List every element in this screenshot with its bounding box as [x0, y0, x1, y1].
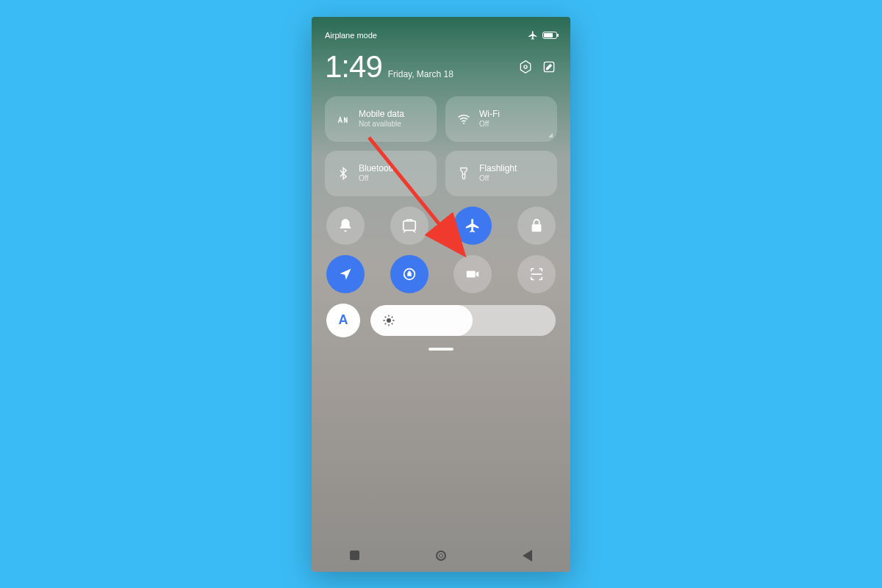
svg-line-15	[385, 323, 387, 324]
scan-icon	[528, 266, 545, 282]
video-camera-icon	[465, 266, 481, 282]
flashlight-icon	[456, 165, 472, 182]
wifi-icon	[456, 111, 472, 127]
lock-icon	[528, 218, 545, 234]
edit-button[interactable]	[541, 59, 557, 75]
nav-home-button[interactable]	[436, 551, 446, 561]
flashlight-label: Flashlight	[479, 164, 517, 174]
location-toggle[interactable]	[326, 255, 365, 293]
notifications-toggle[interactable]	[326, 207, 365, 245]
airplane-icon	[465, 218, 481, 234]
clock-row: 1:49 Friday, March 18	[312, 45, 570, 96]
wifi-tile[interactable]: Wi-Fi Off	[445, 96, 557, 142]
quick-settings-panel: Mobile data Not available Wi-Fi Off	[312, 96, 570, 351]
mobile-data-label: Mobile data	[359, 110, 404, 120]
svg-rect-5	[403, 220, 415, 230]
svg-line-16	[392, 316, 393, 318]
airplane-toggle[interactable]	[453, 207, 492, 245]
wifi-sub: Off	[479, 120, 500, 129]
phone-frame: Airplane mode 1:49 Friday, March 18	[312, 17, 570, 572]
rotation-lock-toggle[interactable]	[390, 255, 429, 293]
status-icons	[528, 30, 557, 40]
bell-icon	[337, 218, 354, 234]
svg-point-3	[463, 122, 465, 123]
location-arrow-icon	[338, 267, 353, 282]
rotation-lock-icon	[401, 266, 417, 282]
screen-record-toggle[interactable]	[453, 255, 492, 293]
bluetooth-sub: Off	[359, 174, 396, 183]
screenshot-toggle[interactable]	[390, 207, 429, 245]
auto-brightness-button[interactable]: A	[326, 304, 360, 337]
bluetooth-icon	[335, 165, 351, 182]
scanner-toggle[interactable]	[517, 255, 556, 293]
battery-icon	[542, 32, 557, 39]
expand-indicator-icon	[548, 133, 553, 137]
svg-marker-0	[520, 60, 530, 73]
flashlight-sub: Off	[479, 174, 517, 183]
brightness-slider[interactable]	[370, 305, 556, 336]
flashlight-tile[interactable]: Flashlight Off	[445, 151, 557, 196]
svg-point-8	[387, 318, 391, 323]
bluetooth-label: Bluetooth	[359, 164, 396, 174]
navigation-bar	[312, 539, 570, 572]
wifi-label: Wi-Fi	[479, 110, 500, 120]
lock-toggle[interactable]	[517, 207, 556, 245]
mobile-data-icon	[335, 111, 351, 127]
edit-icon	[542, 60, 556, 74]
brightness-slider-fill	[370, 305, 473, 336]
settings-hex-icon	[518, 60, 533, 74]
brightness-icon	[382, 314, 395, 327]
auto-brightness-label: A	[339, 312, 348, 328]
nav-recent-button[interactable]	[350, 551, 359, 560]
airplane-icon	[528, 30, 538, 40]
status-mode-label: Airplane mode	[325, 31, 377, 40]
svg-line-14	[392, 323, 393, 324]
settings-button[interactable]	[517, 59, 534, 75]
svg-point-1	[524, 65, 527, 68]
mobile-data-tile[interactable]: Mobile data Not available	[325, 96, 437, 142]
mobile-data-sub: Not available	[359, 120, 404, 129]
drag-handle[interactable]	[429, 348, 453, 351]
nav-back-button[interactable]	[523, 550, 532, 562]
screenshot-icon	[401, 218, 417, 234]
bluetooth-tile[interactable]: Bluetooth Off	[325, 151, 437, 196]
status-bar: Airplane mode	[312, 17, 570, 45]
svg-line-13	[385, 316, 387, 318]
clock-time: 1:49	[325, 49, 382, 85]
clock-date: Friday, March 18	[388, 69, 453, 79]
